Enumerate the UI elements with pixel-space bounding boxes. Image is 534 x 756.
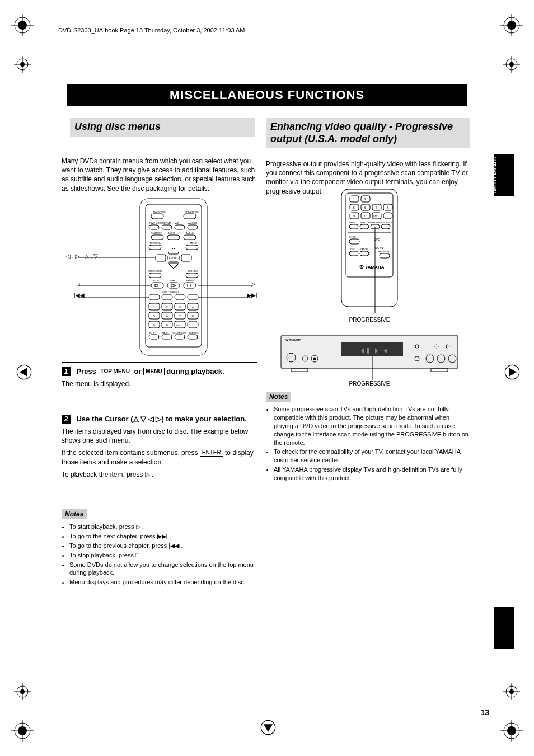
svg-text:AUDIO: AUDIO xyxy=(168,232,175,234)
svg-text:2: 2 xyxy=(364,198,366,201)
player-illustration: ⦿ YAMAHA xyxy=(280,330,459,380)
svg-text:PAGE: PAGE xyxy=(162,332,168,334)
list-item: Some DVDs do not allow you to change sel… xyxy=(69,561,257,577)
section-title-right: Enhancing video quality - Progressive ou… xyxy=(266,118,470,148)
svg-text:RX-V1: RX-V1 xyxy=(375,246,383,250)
svg-text:PLAY MODE: PLAY MODE xyxy=(149,222,162,224)
header-text: DVD-S2300_UA.book Page 13 Thursday, Octo… xyxy=(56,27,247,34)
arrow-cursor-label: ◁ , ▷ , △ , ▽ xyxy=(66,253,98,259)
key-menu: MENU xyxy=(143,368,164,375)
registration-mark-icon xyxy=(503,683,520,700)
svg-text:PROGRESSIVE: PROGRESSIVE xyxy=(172,332,186,334)
key-enter: ENTER xyxy=(200,449,223,457)
stop-label: □ xyxy=(77,281,80,287)
svg-text:VIDEO P/C: VIDEO P/C xyxy=(189,332,199,334)
notes-left-title: Notes xyxy=(62,509,87,519)
notes-left-list: To start playback, press ▷ . To go to th… xyxy=(69,523,257,586)
svg-text:8: 8 xyxy=(387,206,388,209)
registration-mark-icon xyxy=(503,56,520,73)
registration-arrow-icon xyxy=(504,364,518,378)
svg-rect-183 xyxy=(291,369,308,372)
svg-text:6: 6 xyxy=(364,206,366,209)
step-1-head: Press TOP MENU or MENU during playback. xyxy=(76,367,224,375)
svg-text:9: 9 xyxy=(353,214,355,218)
chapter-banner: MISCELLANEOUS FUNCTIONS xyxy=(67,84,467,106)
svg-text:PAGE: PAGE xyxy=(360,222,366,224)
svg-text:1: 1 xyxy=(353,198,355,201)
remote-small-illustration: 1 2 5 6 7 8 9 0 ENT SETUPPAGEPROGRESSIVE… xyxy=(319,187,420,316)
page-number: 13 xyxy=(480,708,489,717)
svg-rect-184 xyxy=(431,369,448,372)
registration-mark-icon xyxy=(14,683,31,700)
svg-text:MACRO ON: MACRO ON xyxy=(378,251,390,253)
page: DVD-S2300_UA.book Page 13 Thursday, Octo… xyxy=(0,0,534,756)
step-2: 2 Use the Cursor (△ ▽ ◁ ▷) to make your … xyxy=(62,408,257,479)
list-item: To go to the next chapter, press ▶▶| . xyxy=(69,532,257,541)
next-label: ▶▶| xyxy=(247,292,257,298)
step-2-body-a: The items displayed vary from disc to di… xyxy=(62,427,257,445)
prev-label: |◀◀ xyxy=(74,292,85,298)
svg-text:PAUSE: PAUSE xyxy=(186,279,194,282)
list-item: To check for the compatibility of your T… xyxy=(274,448,470,464)
right-figures: 1 2 5 6 7 8 9 0 ENT SETUPPAGEPROGRESSIVE… xyxy=(280,187,459,387)
section-title-left: Using disc menus xyxy=(70,118,255,137)
svg-text:ENTER: ENTER xyxy=(169,257,177,260)
svg-marker-33 xyxy=(20,368,27,377)
svg-text:STOP: STOP xyxy=(153,279,159,282)
notes-right-title: Notes xyxy=(266,392,291,402)
remote-small-caption: PROGRESSIVE xyxy=(280,316,459,324)
svg-text:⦿ YAMAHA: ⦿ YAMAHA xyxy=(359,265,385,270)
side-tab-blank xyxy=(494,607,514,649)
svg-marker-37 xyxy=(264,724,273,732)
svg-text:TOP MENU: TOP MENU xyxy=(149,242,161,245)
svg-point-175 xyxy=(313,357,316,360)
svg-text:MARK/TIME: MARK/TIME xyxy=(153,210,166,213)
crop-mark-icon xyxy=(11,720,34,742)
step-2-body-b: If the selected item contains submenus, … xyxy=(62,448,257,466)
svg-text:8: 8 xyxy=(192,314,194,318)
svg-text:9: 9 xyxy=(153,323,155,327)
svg-text:2: 2 xyxy=(166,306,168,309)
svg-text:7: 7 xyxy=(376,206,377,209)
svg-text:DISC: DISC xyxy=(350,248,355,251)
svg-text:SET UP: SET UP xyxy=(349,236,356,238)
left-intro: Many DVDs contain menus from which you c… xyxy=(62,157,257,193)
list-item: To start playback, press ▷ . xyxy=(69,523,257,531)
svg-text:SETUP: SETUP xyxy=(349,222,356,224)
svg-text:SETUP: SETUP xyxy=(149,332,156,334)
svg-text:A-B: A-B xyxy=(175,222,179,224)
crop-mark-icon xyxy=(500,720,523,742)
svg-marker-35 xyxy=(509,368,517,377)
svg-text:PROGRESSIVE: PROGRESSIVE xyxy=(368,222,383,224)
notes-right: Notes Some progressive scan TVs and high… xyxy=(266,392,470,483)
play-label: ▷ xyxy=(251,281,255,287)
svg-text:ANGLE: ANGLE xyxy=(186,232,194,234)
svg-text:5: 5 xyxy=(353,206,355,209)
svg-text:4: 4 xyxy=(192,306,194,309)
player-caption: PROGRESSIVE xyxy=(280,380,459,388)
svg-text:SKIP / SEARCH: SKIP / SEARCH xyxy=(162,290,179,293)
svg-text:0: 0 xyxy=(364,214,366,218)
list-item: All YAMAHA progressive display TVs and h… xyxy=(274,466,470,482)
svg-text:⦿ YAMAHA: ⦿ YAMAHA xyxy=(285,338,301,341)
registration-arrow-icon xyxy=(260,719,274,734)
step-1-number: 1 xyxy=(62,367,71,376)
svg-text:PLAY: PLAY xyxy=(170,279,175,282)
svg-text:7: 7 xyxy=(179,314,181,318)
svg-rect-167 xyxy=(341,342,403,356)
step-1-body: The menu is displayed. xyxy=(62,379,257,388)
svg-text:3: 3 xyxy=(179,306,181,309)
step-2-number: 2 xyxy=(62,415,71,424)
svg-text:MARKER: MARKER xyxy=(188,222,197,224)
crop-mark-icon xyxy=(11,14,34,36)
svg-text:REPEAT: REPEAT xyxy=(162,222,171,224)
list-item: To stop playback, press □ . xyxy=(69,551,257,560)
notes-left: Notes To start playback, press ▷ . To go… xyxy=(62,509,257,588)
registration-arrow-icon xyxy=(16,364,30,378)
svg-text:ENT: ENT xyxy=(373,215,378,218)
svg-text:CANCEL: CANCEL xyxy=(360,248,368,251)
svg-text:ON SCREEN: ON SCREEN xyxy=(148,270,162,273)
svg-text:5: 5 xyxy=(153,314,155,318)
svg-text:SUBTITLE: SUBTITLE xyxy=(151,232,162,234)
svg-text:RETURN: RETURN xyxy=(188,270,198,273)
